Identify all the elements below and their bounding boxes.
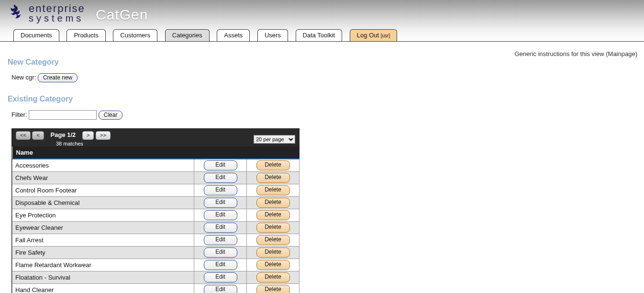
clear-filter-button[interactable]: Clear (99, 111, 123, 120)
logout-user: [usr] (381, 33, 390, 38)
delete-button[interactable]: Delete (256, 185, 290, 195)
create-new-button[interactable]: Create new (38, 73, 78, 82)
delete-button[interactable]: Delete (256, 235, 290, 245)
edit-button[interactable]: Edit (204, 173, 237, 183)
edit-cell: Edit (194, 197, 247, 209)
category-name-cell: Flame Retardant Workwear (12, 259, 194, 271)
view-instructions: Generic instructions for this view (Main… (515, 50, 638, 57)
edit-button[interactable]: Edit (204, 223, 237, 233)
tab-categories[interactable]: Categories (165, 29, 210, 41)
edit-cell: Edit (194, 271, 247, 284)
tab-logout[interactable]: Log Out [usr] (350, 29, 397, 41)
table-row: AccessoriesEditDelete (12, 159, 300, 172)
section-existing-category: Existing Category (8, 95, 636, 103)
table-row: Flame Retardant WorkwearEditDelete (12, 259, 300, 271)
pager-last-button[interactable]: >> (96, 131, 111, 140)
section-new-category: New Category (8, 58, 636, 67)
app-title: CatGen (96, 7, 148, 23)
tab-users[interactable]: Users (257, 29, 288, 41)
edit-button[interactable]: Edit (204, 235, 237, 245)
category-grid: Name AccessoriesEditDeleteChefs WearEdit… (12, 146, 300, 293)
category-name-cell: Disposable & Chemical (12, 197, 194, 209)
table-row: Fire SafetyEditDelete (12, 247, 300, 259)
pager-next-button[interactable]: > (82, 131, 94, 140)
delete-cell: Delete (247, 247, 300, 259)
edit-button[interactable]: Edit (204, 248, 237, 258)
delete-button[interactable]: Delete (256, 160, 290, 170)
edit-cell: Edit (194, 222, 247, 234)
category-table: << < Page 1/2 > >> 38 matches 10 per pag… (11, 128, 300, 293)
delete-button[interactable]: Delete (256, 198, 290, 208)
delete-cell: Delete (247, 271, 300, 284)
pager-prev-button[interactable]: < (32, 131, 44, 140)
delete-cell: Delete (247, 197, 300, 209)
edit-cell: Edit (194, 184, 247, 197)
grid-header-name: Name (12, 146, 300, 159)
table-row: Eyewear CleanerEditDelete (12, 222, 300, 234)
edit-cell: Edit (194, 234, 247, 247)
edit-cell: Edit (194, 159, 247, 172)
delete-button[interactable]: Delete (256, 210, 290, 220)
table-row: Control Room FootearEditDelete (12, 184, 300, 197)
filter-input[interactable] (29, 110, 97, 120)
category-name-cell: Eye Protection (12, 209, 194, 222)
brand-logo-icon (9, 5, 26, 22)
edit-button[interactable]: Edit (204, 210, 237, 220)
delete-button[interactable]: Delete (256, 272, 290, 282)
nav-tabs: Documents Products Customers Categories … (0, 29, 644, 42)
delete-cell: Delete (247, 172, 300, 184)
edit-cell: Edit (194, 209, 247, 222)
table-row: Hand CleanerEditDelete (12, 284, 300, 293)
edit-button[interactable]: Edit (204, 272, 237, 282)
filter-row: Filter: Clear (11, 110, 636, 120)
edit-cell: Edit (194, 259, 247, 271)
delete-button[interactable]: Delete (256, 248, 290, 258)
delete-cell: Delete (247, 222, 300, 234)
pager-first-button[interactable]: << (16, 131, 31, 140)
category-name-cell: Control Room Footear (12, 184, 194, 197)
category-name-cell: Floatation - Survival (12, 271, 194, 284)
edit-cell: Edit (194, 172, 247, 184)
table-row: Floatation - SurvivalEditDelete (12, 271, 300, 284)
delete-button[interactable]: Delete (256, 285, 290, 293)
edit-button[interactable]: Edit (204, 260, 237, 270)
edit-cell: Edit (194, 284, 247, 293)
table-row: Chefs WearEditDelete (12, 172, 300, 184)
delete-cell: Delete (247, 209, 300, 222)
pager-page-text: Page 1/2 (51, 131, 76, 138)
new-cgr-label: New cgr: (11, 74, 36, 81)
tab-customers[interactable]: Customers (113, 29, 157, 41)
category-name-cell: Hand Cleaner (12, 284, 194, 293)
category-name-cell: Fall Arrest (12, 234, 194, 247)
category-name-cell: Eyewear Cleaner (12, 222, 194, 234)
category-name-cell: Fire Safety (12, 247, 194, 259)
delete-cell: Delete (247, 234, 300, 247)
category-name-cell: Chefs Wear (12, 172, 194, 184)
edit-button[interactable]: Edit (204, 185, 237, 195)
per-page-select[interactable]: 10 per page20 per page50 per page100 per… (254, 135, 295, 144)
tab-data-toolkit[interactable]: Data Toolkit (296, 29, 343, 41)
tab-products[interactable]: Products (67, 29, 105, 41)
content: Generic instructions for this view (Main… (0, 42, 644, 293)
brand-line2: systems (29, 13, 84, 23)
delete-button[interactable]: Delete (256, 223, 290, 233)
edit-cell: Edit (194, 247, 247, 259)
table-row: Disposable & ChemicalEditDelete (12, 197, 300, 209)
tab-assets[interactable]: Assets (217, 29, 250, 41)
filter-label: Filter: (11, 111, 27, 118)
brand: enterprise systems (9, 4, 85, 23)
tab-documents[interactable]: Documents (13, 29, 59, 41)
brand-text: enterprise systems (29, 4, 85, 23)
logout-label: Log Out (357, 32, 379, 39)
edit-button[interactable]: Edit (204, 198, 237, 208)
table-row: Fall ArrestEditDelete (12, 234, 300, 247)
delete-cell: Delete (247, 159, 300, 172)
new-cgr-row: New cgr: Create new (11, 73, 636, 82)
table-toolbar: << < Page 1/2 > >> 38 matches 10 per pag… (12, 128, 299, 146)
delete-cell: Delete (247, 259, 300, 271)
delete-button[interactable]: Delete (256, 173, 290, 183)
edit-button[interactable]: Edit (204, 160, 237, 170)
delete-cell: Delete (247, 184, 300, 197)
delete-button[interactable]: Delete (256, 260, 290, 270)
edit-button[interactable]: Edit (204, 285, 237, 293)
